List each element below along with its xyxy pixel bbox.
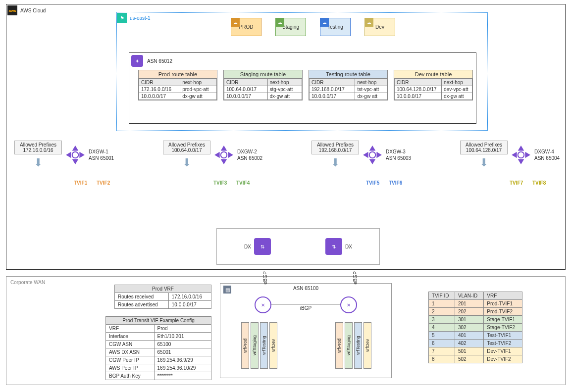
environment-row: ☁PROD ☁Staging ☁Testing ☁Dev: [231, 18, 395, 36]
tvif-vlan-vrf-table: TVIF IDVLAN-IDVRF 1201Prod-TVIF1 2202Pro…: [428, 292, 522, 363]
aws-cloud-label: aws AWS Cloud: [6, 4, 50, 16]
dxgw-2: Allowed Prefixes100.64.0.0/17⬇ DXGW-2ASN…: [163, 141, 262, 169]
dxgw-icon: [65, 145, 86, 165]
transit-vif-config-table: Prod Transit VIF Example Config VRFProd …: [105, 316, 211, 380]
dxgw-icon: [511, 145, 531, 165]
cloud-icon: ☁: [231, 18, 240, 27]
arrow-down-icon: ⬇: [479, 156, 488, 169]
svg-point-0: [72, 152, 79, 158]
wan-title: Corporate WAN: [10, 280, 45, 285]
allowed-prefixes-label: Allowed Prefixes192.168.0.0/17: [311, 141, 359, 154]
dxgw-icon: [362, 145, 383, 165]
route-table-testing: Testing route tableCIDRnext-hop192.168.0…: [309, 70, 388, 100]
vrf-strip-left: vrfProdvrfStagingvrfTestingvrfDev: [241, 322, 277, 369]
env-prod: ☁PROD: [231, 18, 261, 36]
tvif-7-label: TVIF7: [510, 180, 523, 186]
tgw-asn: ASN 65012: [147, 58, 172, 64]
dxgw-4: Allowed Prefixes100.64.128.0/17⬇ DXGW-4A…: [460, 141, 560, 169]
vrf-strip-right: vrfProdvrfStagingvrfTestingvrfDev: [335, 322, 371, 369]
region-icon: ⚑: [117, 13, 127, 23]
arrow-down-icon: ⬇: [331, 156, 340, 169]
direct-connect-container: DX⇅ ⇅DX: [216, 228, 380, 265]
tvif-1-label: TVIF1: [74, 180, 87, 186]
svg-point-2: [369, 152, 376, 158]
svg-point-3: [518, 152, 524, 158]
router-icon: ✕: [255, 296, 271, 313]
svg-point-1: [221, 152, 227, 158]
aws-icon: aws: [7, 5, 17, 15]
transit-gateway-container: ✦ASN 65012 Prod route tableCIDRnext-hop1…: [129, 52, 476, 124]
env-dev: ☁Dev: [364, 18, 395, 36]
env-testing: ☁Testing: [320, 18, 351, 36]
building-icon: ▤: [223, 286, 231, 294]
tvif-6-label: TVIF6: [389, 180, 402, 186]
dx-icon: ⇅: [254, 238, 271, 255]
cloud-icon: ☁: [275, 18, 284, 27]
aws-cloud-container: aws AWS Cloud ⚑ us-east-1 ☁PROD ☁Staging…: [6, 4, 566, 270]
dxgw-icon: [213, 145, 234, 165]
allowed-prefixes-label: Allowed Prefixes100.64.0.0/17: [163, 141, 210, 154]
route-table-prod: Prod route tableCIDRnext-hop172.16.0.0/1…: [138, 70, 217, 100]
allowed-prefixes-label: Allowed Prefixes172.16.0.0/16: [14, 141, 62, 154]
tgw-icon: ✦: [131, 55, 143, 67]
cloud-icon: ☁: [364, 18, 373, 27]
ebgp-label-1: eBGP: [262, 271, 268, 285]
cloud-title: AWS Cloud: [20, 8, 46, 13]
tvif-2-label: TVIF2: [97, 180, 110, 186]
dxgw-3: Allowed Prefixes192.168.0.0/17⬇ DXGW-3AS…: [311, 141, 411, 169]
tvif-8-label: TVIF8: [532, 180, 546, 186]
allowed-prefixes-label: Allowed Prefixes100.64.128.0/17: [460, 141, 508, 154]
asn-65100-container: ▤ ASN 65100 ✕ ✕ iBGP vrfProdvrfStagingvr…: [220, 283, 392, 378]
dx-endpoint-2: ⇅DX: [325, 238, 352, 255]
region-container: ⚑ us-east-1 ☁PROD ☁Staging ☁Testing ☁Dev…: [116, 12, 488, 131]
prod-vrf-table: Prod VRF Routes received172.16.0.0/16 Ro…: [114, 285, 211, 309]
asn-65100-label: ASN 65100: [220, 284, 391, 291]
arrow-down-icon: ⬇: [34, 156, 43, 169]
route-table-staging: Staging route tableCIDRnext-hop100.64.0.…: [223, 70, 303, 100]
dxgw-1: Allowed Prefixes172.16.0.0/16⬇ DXGW-1ASN…: [14, 141, 114, 169]
tvif-3-label: TVIF3: [213, 180, 227, 186]
arrow-down-icon: ⬇: [182, 156, 191, 169]
dx-icon: ⇅: [325, 238, 342, 255]
ebgp-label-2: eBGP: [353, 271, 358, 285]
router-icon: ✕: [340, 296, 357, 313]
env-staging: ☁Staging: [275, 18, 306, 36]
tvif-4-label: TVIF4: [236, 180, 250, 186]
region-name: us-east-1: [130, 15, 151, 21]
cloud-icon: ☁: [320, 18, 329, 27]
dx-endpoint-1: DX⇅: [244, 238, 271, 255]
dxgw-row: Allowed Prefixes172.16.0.0/16⬇ DXGW-1ASN…: [14, 141, 563, 188]
ibgp-label: iBGP: [220, 305, 391, 311]
tvif-5-label: TVIF5: [366, 180, 379, 186]
route-table-dev: Dev route tableCIDRnext-hop100.64.128.0.…: [394, 70, 473, 100]
